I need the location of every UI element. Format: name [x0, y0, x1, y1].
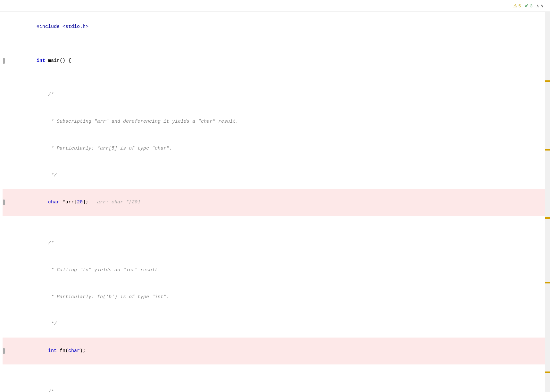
scroll-marker-5: [545, 372, 550, 373]
gutter-indicator-main: [3, 58, 5, 64]
comment-1a: /*: [3, 81, 545, 108]
gutter-include: [3, 13, 5, 40]
comment-1d-content: */: [5, 162, 545, 189]
warning-icon: ⚠: [513, 3, 517, 9]
comment-2b-content: * Calling "fn" yields an "int" result.: [5, 257, 545, 284]
warning-count: 5: [519, 4, 521, 8]
comment-2a: /*: [3, 230, 545, 257]
gutter-c3a: [3, 379, 5, 392]
comment-1b-content: * Subscripting "arr" and dereferencing i…: [5, 108, 545, 135]
top-bar: ⚠ 5 ✔ 3 ∧ ∨: [0, 0, 550, 12]
blank-6: [3, 372, 545, 379]
fn-declaration-line: int fn(char);: [3, 338, 545, 364]
comment-2b: * Calling "fn" yields an "int" result.: [3, 257, 545, 284]
comment-2d: */: [3, 311, 545, 338]
nav-down-arrow[interactable]: ∨: [541, 3, 544, 9]
nav-up-arrow[interactable]: ∧: [536, 3, 539, 9]
gutter-c1a: [3, 81, 5, 108]
gutter-arr: [3, 189, 5, 216]
check-icon: ✔: [525, 3, 529, 9]
gutter-c2d: [3, 311, 5, 338]
arr-gutter-indicator: [3, 200, 5, 205]
fn-gutter-indicator: [3, 348, 5, 354]
blank-3: [3, 216, 545, 223]
comment-2a-content: /*: [5, 230, 545, 257]
include-line: #include <stdio.h>: [3, 13, 545, 40]
nav-arrows: ∧ ∨: [536, 3, 544, 9]
comment-1a-content: /*: [5, 81, 545, 108]
scroll-marker-1: [545, 80, 550, 82]
gutter-c1c: [3, 135, 5, 162]
gutter-c2b: [3, 257, 5, 284]
blank-5: [3, 364, 545, 372]
gutter-c1b: [3, 108, 5, 135]
main-open-content: int main() {: [5, 47, 545, 74]
gutter-c2c: [3, 284, 5, 311]
warning-badge[interactable]: ⚠ 5: [513, 3, 521, 9]
scroll-marker-3: [545, 217, 550, 219]
arr-declaration-line: char *arr[20]; arr: char *[20]: [3, 189, 545, 216]
fn-content: int fn(char);: [5, 338, 545, 364]
comment-1d: */: [3, 162, 545, 189]
gutter-fn: [3, 338, 5, 364]
comment-1c-content: * Particularly: *arr[5] is of type "char…: [5, 135, 545, 162]
scroll-marker-4: [545, 282, 550, 283]
comment-3a: /*: [3, 379, 545, 392]
code-content: #include <stdio.h> int main() {: [0, 12, 545, 392]
vertical-scrollbar[interactable]: [545, 12, 550, 392]
editor-container: ⚠ 5 ✔ 3 ∧ ∨ #include <stdio.h>: [0, 0, 550, 392]
comment-2d-content: */: [5, 311, 545, 338]
include-content: #include <stdio.h>: [5, 13, 545, 40]
gutter-c2a: [3, 230, 5, 257]
code-area: #include <stdio.h> int main() {: [0, 12, 545, 392]
blank-line: [3, 40, 545, 47]
main-open-line: int main() {: [3, 47, 545, 74]
comment-2c: * Particularly: fn('b') is of type "int"…: [3, 284, 545, 311]
gutter-main: [3, 47, 5, 74]
comment-1c: * Particularly: *arr[5] is of type "char…: [3, 135, 545, 162]
check-count: 3: [530, 4, 532, 8]
arr-content: char *arr[20]; arr: char *[20]: [5, 189, 545, 216]
check-badge[interactable]: ✔ 3: [525, 3, 532, 9]
blank-2: [3, 74, 545, 81]
comment-2c-content: * Particularly: fn('b') is of type "int"…: [5, 284, 545, 311]
comment-1b: * Subscripting "arr" and dereferencing i…: [3, 108, 545, 135]
comment-3a-content: /*: [5, 379, 545, 392]
blank-4: [3, 223, 545, 230]
gutter-c1d: [3, 162, 5, 189]
scroll-marker-2: [545, 149, 550, 151]
